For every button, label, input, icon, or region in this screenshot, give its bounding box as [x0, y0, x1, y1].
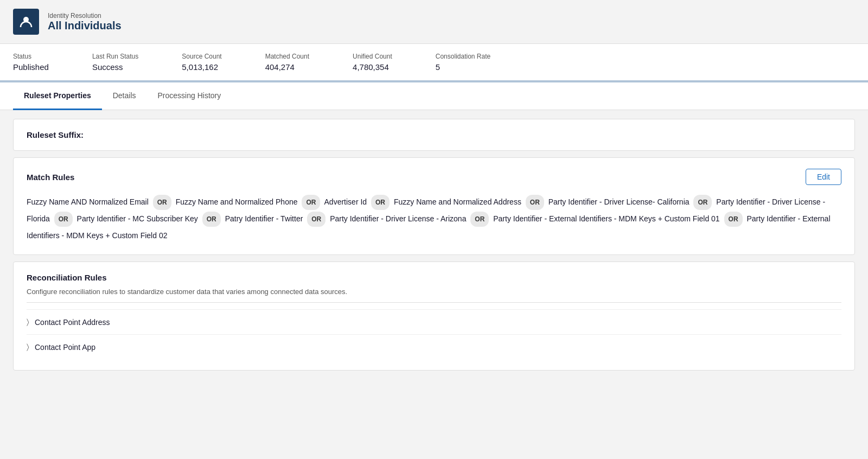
rule-7: Party Identifier - MC Subscriber Key	[77, 214, 198, 223]
stat-label-0: Status	[13, 53, 49, 60]
stat-item-3: Matched Count404,274	[265, 53, 309, 72]
stat-item-0: StatusPublished	[13, 53, 49, 72]
reconciliation-divider	[27, 302, 841, 303]
rule-5: Party Identifier - Driver License- Calif…	[548, 197, 690, 206]
header-text: Identity Resolution All Individuals	[48, 12, 122, 32]
stat-item-5: Consolidation Rate5	[436, 53, 490, 72]
header-subtitle: Identity Resolution	[48, 12, 122, 20]
tab-details[interactable]: Details	[102, 82, 147, 110]
or-badge-1: OR	[153, 195, 171, 210]
main-content: Ruleset Suffix: Match Rules Edit Fuzzy N…	[0, 110, 868, 379]
reconciliation-rules-card: Reconciliation Rules Configure reconcili…	[13, 262, 855, 371]
header-title: All Individuals	[48, 20, 122, 32]
rule-1: Fuzzy Name AND Normalized Email	[27, 197, 149, 206]
match-rules-header: Match Rules Edit	[27, 169, 841, 185]
stat-label-3: Matched Count	[265, 53, 309, 60]
match-rules-title: Match Rules	[27, 173, 74, 182]
rule-2: Fuzzy Name and Normalized Phone	[176, 197, 298, 206]
reconciliation-desc: Configure reconciliation rules to standa…	[27, 288, 841, 296]
or-badge-8: OR	[307, 212, 326, 227]
edit-button[interactable]: Edit	[806, 169, 841, 185]
accordion-item-contact-point-address[interactable]: 〉 Contact Point Address	[27, 309, 841, 334]
stat-item-4: Unified Count4,780,354	[353, 53, 392, 72]
or-badge-2: OR	[302, 195, 320, 210]
tab-processing-history[interactable]: Processing History	[147, 82, 232, 110]
rule-10: Party Identifier - External Identifiers …	[493, 214, 719, 223]
accordion-item-contact-point-app[interactable]: 〉 Contact Point App	[27, 334, 841, 359]
or-badge-7: OR	[202, 212, 221, 227]
ruleset-suffix-card: Ruleset Suffix:	[13, 119, 855, 151]
stat-label-4: Unified Count	[353, 53, 392, 60]
or-badge-4: OR	[526, 195, 544, 210]
stat-value-2: 5,013,162	[182, 62, 221, 72]
or-badge-10: OR	[724, 212, 743, 227]
page-header: Identity Resolution All Individuals	[0, 0, 868, 44]
stat-value-1: Success	[92, 62, 138, 72]
or-badge-6: OR	[54, 212, 73, 227]
or-badge-9: OR	[470, 212, 489, 227]
ruleset-suffix-title: Ruleset Suffix:	[27, 130, 841, 139]
rule-9: Party Identifier - Driver License - Ariz…	[330, 214, 466, 223]
tabs-bar: Ruleset PropertiesDetailsProcessing Hist…	[0, 82, 868, 110]
stat-value-4: 4,780,354	[353, 62, 392, 72]
stats-bar: StatusPublishedLast Run StatusSuccessSou…	[0, 44, 868, 82]
app-icon	[13, 9, 39, 35]
chevron-right-icon: 〉	[27, 317, 29, 327]
stat-value-0: Published	[13, 62, 49, 72]
rule-4: Fuzzy Name and Normalized Address	[394, 197, 521, 206]
stat-item-1: Last Run StatusSuccess	[92, 53, 138, 72]
stat-item-2: Source Count5,013,162	[182, 53, 221, 72]
or-badge-5: OR	[693, 195, 712, 210]
accordion-label-1: Contact Point Address	[35, 318, 110, 327]
stat-label-5: Consolidation Rate	[436, 53, 490, 60]
accordion-label-2: Contact Point App	[35, 343, 95, 352]
stat-label-2: Source Count	[182, 53, 221, 60]
match-rules-card: Match Rules Edit Fuzzy Name AND Normaliz…	[13, 157, 855, 255]
reconciliation-rules-title: Reconciliation Rules	[27, 273, 841, 282]
chevron-right-icon-2: 〉	[27, 342, 29, 352]
rule-8: Patry Identifier - Twitter	[225, 214, 303, 223]
or-badge-3: OR	[371, 195, 390, 210]
tab-ruleset-properties[interactable]: Ruleset Properties	[13, 82, 102, 110]
stat-value-3: 404,274	[265, 62, 309, 72]
stat-value-5: 5	[436, 62, 490, 72]
rule-3: Advertiser Id	[324, 197, 367, 206]
stat-label-1: Last Run Status	[92, 53, 138, 60]
match-rules-content: Fuzzy Name AND Normalized Email OR Fuzzy…	[27, 194, 841, 244]
